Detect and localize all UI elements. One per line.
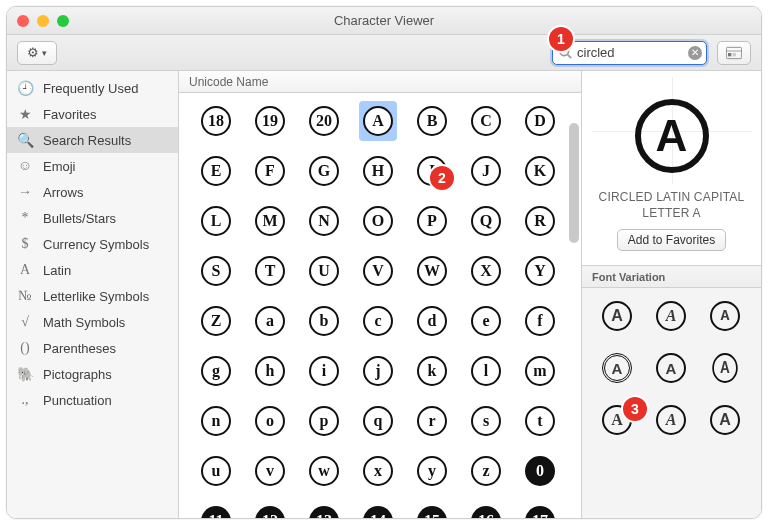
- sidebar-item-emoji[interactable]: ☺Emoji: [7, 153, 178, 179]
- sidebar-item-search-results[interactable]: 🔍Search Results: [7, 127, 178, 153]
- font-variant-cell[interactable]: A: [590, 296, 644, 336]
- view-mode-button[interactable]: [717, 41, 751, 65]
- character-cell[interactable]: 20: [297, 103, 351, 139]
- circled-glyph: r: [417, 406, 447, 436]
- sidebar-item-frequently-used[interactable]: 🕘Frequently Used: [7, 75, 178, 101]
- character-cell[interactable]: 14: [351, 503, 405, 518]
- circled-glyph: O: [363, 206, 393, 236]
- character-cell[interactable]: U: [297, 253, 351, 289]
- character-cell[interactable]: n: [189, 403, 243, 439]
- minimize-window-button[interactable]: [37, 15, 49, 27]
- character-cell[interactable]: Q: [459, 203, 513, 239]
- character-cell[interactable]: j: [351, 353, 405, 389]
- character-cell[interactable]: 12: [243, 503, 297, 518]
- character-cell[interactable]: u: [189, 453, 243, 489]
- character-cell[interactable]: A: [351, 103, 405, 139]
- character-cell[interactable]: l: [459, 353, 513, 389]
- character-cell[interactable]: g: [189, 353, 243, 389]
- search-input[interactable]: [552, 41, 707, 65]
- character-cell[interactable]: k: [405, 353, 459, 389]
- character-cell[interactable]: z: [459, 453, 513, 489]
- character-cell[interactable]: O: [351, 203, 405, 239]
- character-cell[interactable]: B: [405, 103, 459, 139]
- clear-search-button[interactable]: ✕: [688, 46, 702, 60]
- character-cell[interactable]: D: [513, 103, 567, 139]
- character-cell[interactable]: V: [351, 253, 405, 289]
- close-window-button[interactable]: [17, 15, 29, 27]
- font-variant-cell[interactable]: A: [698, 296, 752, 336]
- font-variant-cell[interactable]: A: [590, 348, 644, 388]
- character-cell[interactable]: S: [189, 253, 243, 289]
- character-cell[interactable]: 0: [513, 453, 567, 489]
- character-cell[interactable]: W: [405, 253, 459, 289]
- zoom-window-button[interactable]: [57, 15, 69, 27]
- character-cell[interactable]: b: [297, 303, 351, 339]
- character-cell[interactable]: P: [405, 203, 459, 239]
- variant-glyph: A: [602, 353, 632, 383]
- circled-glyph: h: [255, 356, 285, 386]
- character-cell[interactable]: i: [297, 353, 351, 389]
- add-to-favorites-button[interactable]: Add to Favorites: [617, 229, 726, 251]
- sidebar-item-currency-symbols[interactable]: $Currency Symbols: [7, 231, 178, 257]
- character-cell[interactable]: K: [513, 153, 567, 189]
- character-cell[interactable]: X: [459, 253, 513, 289]
- sidebar-item-icon: A: [17, 262, 33, 278]
- character-cell[interactable]: M: [243, 203, 297, 239]
- character-cell[interactable]: s: [459, 403, 513, 439]
- character-cell[interactable]: c: [351, 303, 405, 339]
- sidebar-item-bullets-stars[interactable]: *Bullets/Stars: [7, 205, 178, 231]
- font-variant-cell[interactable]: A: [644, 348, 698, 388]
- character-cell[interactable]: f: [513, 303, 567, 339]
- font-variant-cell[interactable]: A: [644, 296, 698, 336]
- character-cell[interactable]: q: [351, 403, 405, 439]
- sidebar-item-pictographs[interactable]: 🐘Pictographs: [7, 361, 178, 387]
- sidebar-item-favorites[interactable]: ★Favorites: [7, 101, 178, 127]
- character-cell[interactable]: L: [189, 203, 243, 239]
- character-cell[interactable]: 13: [297, 503, 351, 518]
- character-cell[interactable]: J: [459, 153, 513, 189]
- character-cell[interactable]: C: [459, 103, 513, 139]
- character-cell[interactable]: R: [513, 203, 567, 239]
- character-cell[interactable]: v: [243, 453, 297, 489]
- sidebar-item-punctuation[interactable]: .,Punctuation: [7, 387, 178, 413]
- character-cell[interactable]: t: [513, 403, 567, 439]
- sidebar-item-parentheses[interactable]: ()Parentheses: [7, 335, 178, 361]
- character-cell[interactable]: m: [513, 353, 567, 389]
- action-menu-button[interactable]: ⚙ ▾: [17, 41, 57, 65]
- vertical-scrollbar[interactable]: [569, 123, 579, 243]
- character-cell[interactable]: Z: [189, 303, 243, 339]
- character-cell[interactable]: o: [243, 403, 297, 439]
- character-cell[interactable]: G: [297, 153, 351, 189]
- font-variant-cell[interactable]: A: [644, 400, 698, 440]
- sidebar-item-math-symbols[interactable]: √Math Symbols: [7, 309, 178, 335]
- character-cell[interactable]: E: [189, 153, 243, 189]
- font-variant-cell[interactable]: A: [698, 400, 752, 440]
- character-cell[interactable]: y: [405, 453, 459, 489]
- character-cell[interactable]: T: [243, 253, 297, 289]
- character-cell[interactable]: N: [297, 203, 351, 239]
- character-cell[interactable]: p: [297, 403, 351, 439]
- character-cell[interactable]: F: [243, 153, 297, 189]
- font-variant-cell[interactable]: A: [698, 348, 752, 388]
- character-cell[interactable]: 11: [189, 503, 243, 518]
- character-cell[interactable]: h: [243, 353, 297, 389]
- character-cell[interactable]: 17: [513, 503, 567, 518]
- character-cell[interactable]: w: [297, 453, 351, 489]
- results-grid: 181920ABCDEFGHIJKLMNOPQRSTUVWXYZabcdefgh…: [179, 93, 581, 518]
- character-cell[interactable]: a: [243, 303, 297, 339]
- sidebar-item-icon: .,: [17, 392, 33, 408]
- character-cell[interactable]: x: [351, 453, 405, 489]
- character-cell[interactable]: d: [405, 303, 459, 339]
- character-cell[interactable]: 16: [459, 503, 513, 518]
- sidebar-item-arrows[interactable]: →Arrows: [7, 179, 178, 205]
- sidebar-item-letterlike-symbols[interactable]: №Letterlike Symbols: [7, 283, 178, 309]
- character-cell[interactable]: H: [351, 153, 405, 189]
- circled-glyph: t: [525, 406, 555, 436]
- character-cell[interactable]: 15: [405, 503, 459, 518]
- character-cell[interactable]: 18: [189, 103, 243, 139]
- character-cell[interactable]: e: [459, 303, 513, 339]
- character-cell[interactable]: Y: [513, 253, 567, 289]
- character-cell[interactable]: 19: [243, 103, 297, 139]
- character-cell[interactable]: r: [405, 403, 459, 439]
- sidebar-item-latin[interactable]: ALatin: [7, 257, 178, 283]
